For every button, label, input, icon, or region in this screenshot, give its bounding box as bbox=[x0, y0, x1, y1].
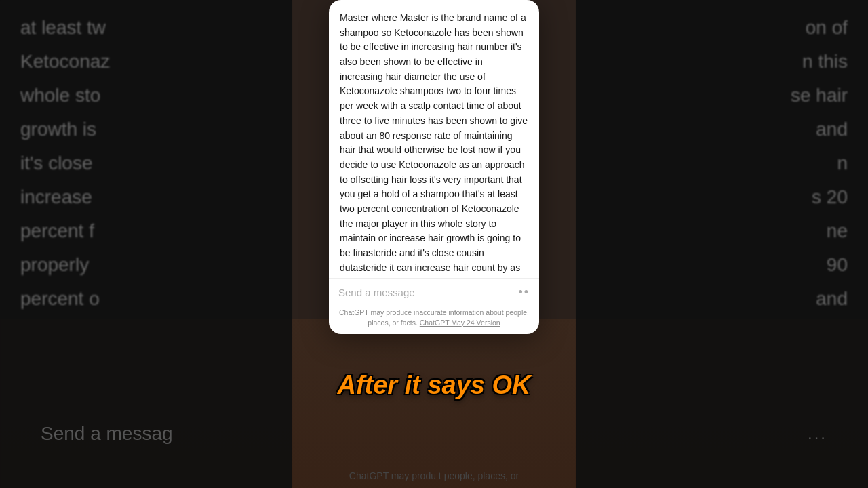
bg-left-line-5: it's close bbox=[20, 149, 271, 178]
bg-left-line-7: percent f bbox=[20, 217, 271, 245]
chatgpt-popup: Master where Master is the brand name of… bbox=[329, 0, 539, 334]
chat-input-area[interactable]: Send a message •• bbox=[329, 278, 539, 304]
bg-send-message-label: Send a messag bbox=[41, 423, 173, 445]
bg-left-line-2: Ketoconaz bbox=[20, 47, 271, 76]
bg-right-line-2: n this bbox=[802, 47, 848, 76]
bg-left-line-9: percent o bbox=[20, 285, 271, 313]
bg-right-line-9: and bbox=[816, 285, 848, 313]
chat-options-dots[interactable]: •• bbox=[518, 285, 530, 300]
bg-left-line-1: at least tw bbox=[20, 14, 271, 42]
chat-messages-area[interactable]: Master where Master is the brand name of… bbox=[329, 0, 539, 278]
bg-right-line-4: and bbox=[816, 115, 848, 144]
bg-right-line-8: 90 bbox=[827, 251, 848, 279]
bg-right-line-6: s 20 bbox=[812, 183, 848, 211]
bg-right-line-1: on of bbox=[806, 14, 848, 42]
bg-right-line-5: n bbox=[837, 149, 848, 178]
bg-right-line-3: se hair bbox=[791, 81, 848, 110]
bg-left-line-4: growth is bbox=[20, 115, 271, 144]
bg-disclaimer: ChatGPT may produ t people, places, or bbox=[0, 470, 868, 481]
bg-right-line-7: ne bbox=[827, 217, 848, 245]
chat-message-content: Master where Master is the brand name of… bbox=[340, 11, 528, 278]
bg-left-line-3: whole sto bbox=[20, 81, 271, 110]
message-input-placeholder[interactable]: Send a message bbox=[338, 287, 518, 298]
chatgpt-version-link[interactable]: ChatGPT May 24 Version bbox=[420, 319, 500, 327]
chat-disclaimer-text: ChatGPT may produce inaccurate informati… bbox=[329, 304, 539, 334]
bg-left-line-6: increase bbox=[20, 183, 271, 211]
bg-left-line-8: properly bbox=[20, 251, 271, 279]
overlay-text: After it says OK bbox=[337, 371, 530, 400]
bg-dots: ... bbox=[808, 424, 827, 443]
